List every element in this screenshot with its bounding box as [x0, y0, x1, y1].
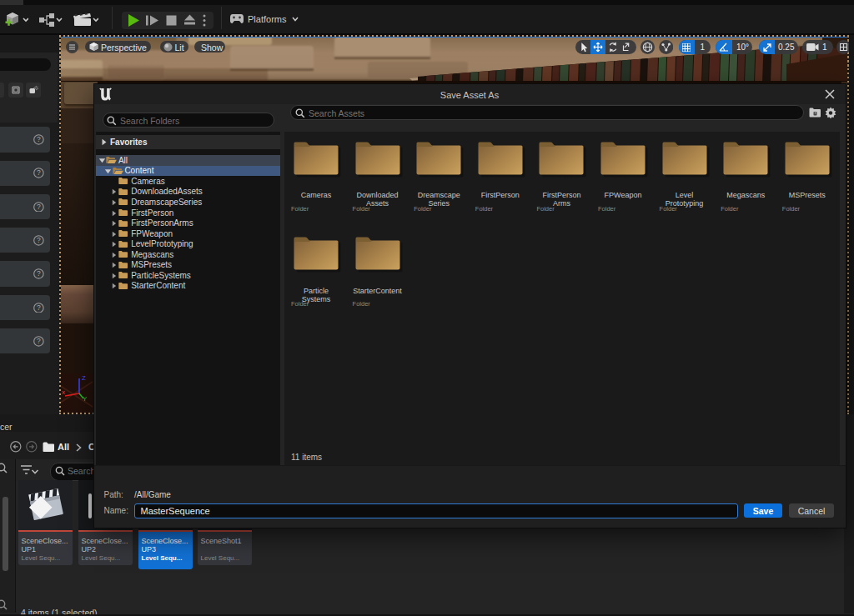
svg-text:?: ? — [37, 203, 41, 211]
svg-text:x: x — [62, 388, 65, 396]
svg-text:?: ? — [37, 270, 41, 278]
svg-text:?: ? — [37, 236, 41, 244]
svg-text:?: ? — [37, 303, 41, 312]
svg-text:?: ? — [37, 135, 41, 143]
svg-text:?: ? — [37, 169, 41, 178]
svg-text:Y: Y — [83, 395, 88, 402]
svg-text:Z: Z — [82, 374, 86, 382]
svg-text:?: ? — [37, 337, 41, 345]
